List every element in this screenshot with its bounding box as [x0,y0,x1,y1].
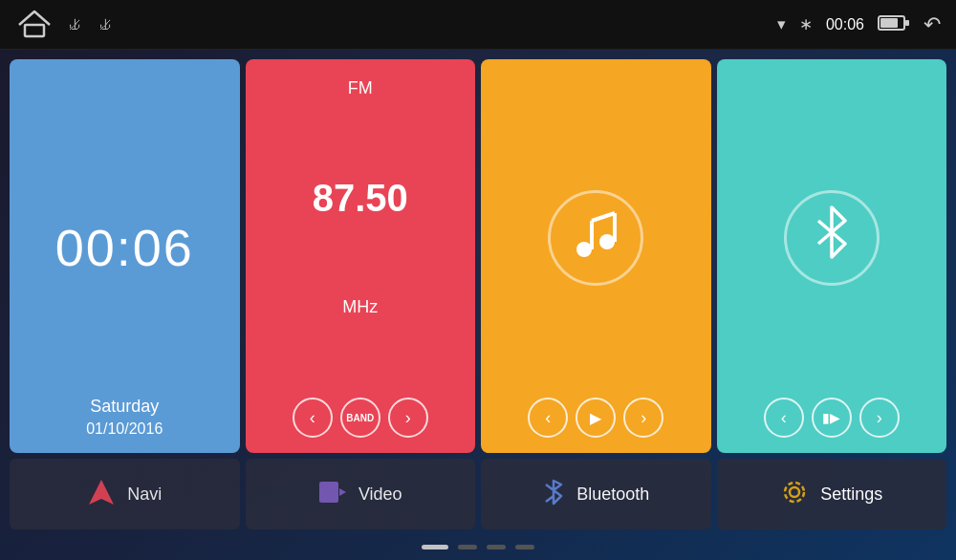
music-card[interactable]: ‹ ▶ › [481,59,711,453]
fm-frequency: 87.50 [313,179,408,217]
fm-unit: MHz [342,297,378,317]
bluetooth-label: Bluetooth [576,485,649,505]
navi-icon [87,478,116,510]
svg-marker-9 [89,480,114,505]
main-content: 00:06 Saturday 01/10/2016 FM 87.50 MHz ‹… [0,50,956,560]
home-icon[interactable] [15,8,54,42]
bluetooth-status-icon: ∗ [799,14,813,34]
music-controls: ‹ ▶ › [490,398,702,438]
music-note-icon [569,209,622,267]
bt-prev-button[interactable]: ‹ [764,398,804,438]
dot-3[interactable] [487,545,506,549]
svg-point-4 [576,242,592,257]
usb-icon-1: ⫝̸ [67,14,84,34]
svg-point-12 [790,487,799,497]
fm-card[interactable]: FM 87.50 MHz ‹ BAND › [246,59,476,453]
bt-play-button[interactable]: ▮▶ [812,398,852,438]
bt-next-button[interactable]: › [859,398,900,438]
dot-2[interactable] [458,545,477,549]
location-icon: ▾ [777,14,786,34]
menu-video[interactable]: Video [246,459,476,529]
svg-point-13 [785,483,804,502]
menu-row: Navi Video Bluetooth [0,459,956,537]
dot-4[interactable] [515,545,534,549]
clock-day: Saturday [86,397,163,417]
fm-next-button[interactable]: › [388,398,428,438]
svg-point-5 [599,234,615,249]
fm-controls: ‹ BAND › [255,398,467,438]
bt-large-icon [811,204,853,272]
usb-icon-2: ⫝̸ [98,14,115,34]
dot-1[interactable] [422,545,448,549]
status-bar: ⫝̸ ⫝̸ ▾ ∗ 00:06 ↶ [0,0,956,50]
menu-navi[interactable]: Navi [10,459,240,529]
svg-marker-11 [339,488,346,496]
music-next-button[interactable]: › [623,398,663,438]
bluetooth-menu-icon [542,477,565,511]
clock-date-info: Saturday 01/10/2016 [86,397,163,438]
cards-row: 00:06 Saturday 01/10/2016 FM 87.50 MHz ‹… [0,50,956,459]
settings-icon [780,478,809,510]
clock-date: 01/10/2016 [86,420,163,438]
clock-card[interactable]: 00:06 Saturday 01/10/2016 [10,59,240,453]
video-label: Video [358,485,402,505]
back-button[interactable]: ↶ [923,12,941,37]
svg-rect-0 [25,25,44,36]
music-prev-button[interactable]: ‹ [528,398,568,438]
settings-label: Settings [820,485,882,505]
bt-icon-wrap [784,190,880,286]
music-play-button[interactable]: ▶ [576,398,616,438]
fm-label: FM [348,78,373,98]
menu-settings[interactable]: Settings [717,459,947,529]
bluetooth-card[interactable]: ‹ ▮▶ › [717,59,947,453]
menu-bluetooth[interactable]: Bluetooth [481,459,711,529]
music-icon-wrap [548,190,643,286]
fm-prev-button[interactable]: ‹ [293,398,333,438]
svg-line-8 [592,213,615,221]
fm-band-button[interactable]: BAND [340,398,380,438]
video-icon [318,481,347,507]
clock-time: 00:06 [55,222,194,273]
svg-rect-3 [905,20,909,26]
status-time: 00:06 [826,16,864,33]
svg-rect-2 [880,18,898,28]
svg-rect-10 [319,482,338,503]
status-right: ▾ ∗ 00:06 ↶ [777,12,941,37]
battery-icon [878,14,910,35]
navi-label: Navi [127,485,162,505]
bt-controls: ‹ ▮▶ › [727,398,938,438]
status-left: ⫝̸ ⫝̸ [15,8,115,42]
pagination [0,537,956,560]
